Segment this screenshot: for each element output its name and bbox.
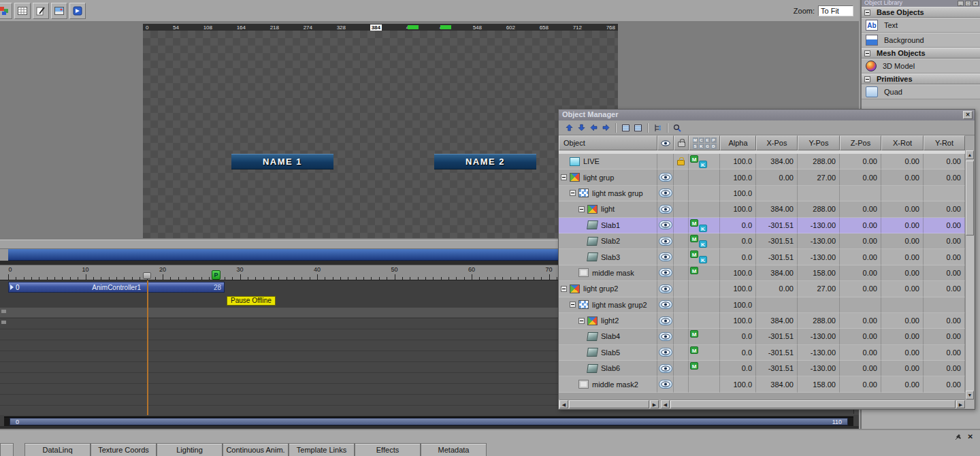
value-cell[interactable]: 0.00 bbox=[881, 154, 924, 169]
close-icon[interactable]: ✕ bbox=[963, 111, 973, 119]
column-header-y-rot[interactable]: Y-Rot bbox=[924, 135, 965, 150]
value-cell[interactable]: 100.0 bbox=[720, 154, 756, 169]
tab-datalinq[interactable]: DataLinq bbox=[24, 443, 91, 456]
scroll-left-icon[interactable]: ◀ bbox=[661, 400, 670, 408]
visibility-eye-button[interactable] bbox=[659, 268, 672, 277]
value-cell[interactable] bbox=[881, 297, 924, 313]
value-cell[interactable]: 0.0 bbox=[720, 361, 756, 376]
image-icon[interactable] bbox=[51, 3, 67, 19]
visibility-eye-button[interactable] bbox=[659, 332, 672, 341]
value-cell[interactable] bbox=[798, 297, 840, 313]
library-item-text[interactable]: AbText bbox=[862, 18, 980, 33]
value-cell[interactable]: 0.00 bbox=[924, 249, 965, 265]
column-header-lock[interactable] bbox=[674, 135, 689, 150]
playhead-handle[interactable] bbox=[143, 272, 151, 279]
scroll-up-icon[interactable]: ▲ bbox=[966, 150, 974, 159]
value-cell[interactable]: 0.00 bbox=[924, 361, 965, 376]
value-cell[interactable]: 384.00 bbox=[756, 376, 798, 392]
value-cell[interactable] bbox=[840, 186, 881, 201]
value-cell[interactable]: 0.00 bbox=[840, 376, 881, 392]
scene-icon[interactable] bbox=[0, 3, 12, 19]
visibility-eye-button[interactable] bbox=[659, 205, 672, 214]
value-cell[interactable]: 288.00 bbox=[798, 313, 840, 329]
value-cell[interactable]: 100.0 bbox=[720, 376, 756, 392]
value-cell[interactable]: 0.00 bbox=[840, 154, 881, 169]
vscroll-thumb[interactable] bbox=[966, 161, 974, 235]
visibility-eye-button[interactable] bbox=[659, 221, 672, 229]
collapse-icon[interactable] bbox=[864, 76, 870, 82]
value-cell[interactable]: 0.00 bbox=[881, 233, 924, 249]
library-item-quad[interactable]: Quad bbox=[862, 84, 980, 99]
value-cell[interactable]: 0.00 bbox=[881, 345, 924, 361]
timeline-scrollbar[interactable]: 0 110 bbox=[4, 417, 853, 426]
move-right-button[interactable] bbox=[600, 122, 612, 133]
object-row-slab6[interactable]: Slab6M0.0-301.51-130.000.000.000.00 bbox=[559, 361, 965, 376]
column-header-object[interactable]: Object bbox=[559, 135, 657, 150]
timeline-scroll-thumb[interactable]: 0 110 bbox=[10, 418, 848, 425]
expander-icon[interactable] bbox=[570, 302, 576, 308]
value-cell[interactable]: 0.00 bbox=[840, 345, 881, 361]
object-row-light-grup[interactable]: light grup100.00.0027.000.000.000.00 bbox=[559, 169, 965, 185]
value-cell[interactable]: 0.00 bbox=[840, 329, 881, 344]
lower-third-name2[interactable]: NAME 2 bbox=[434, 154, 536, 169]
value-cell[interactable]: -130.00 bbox=[798, 218, 840, 233]
value-cell[interactable]: 0.00 bbox=[756, 169, 798, 185]
value-cell[interactable]: 0.00 bbox=[840, 313, 881, 329]
move-left-button[interactable] bbox=[587, 122, 600, 133]
close-icon[interactable]: ✕ bbox=[968, 433, 973, 440]
value-cell[interactable]: 0.00 bbox=[840, 218, 881, 233]
tree-view-button[interactable] bbox=[651, 122, 664, 133]
pause-marker[interactable]: P bbox=[212, 270, 220, 280]
value-cell[interactable]: -301.51 bbox=[756, 233, 798, 249]
object-row-slab2[interactable]: Slab2MK0.0-301.51-130.000.000.000.00 bbox=[559, 233, 965, 249]
pen-icon[interactable] bbox=[33, 3, 49, 19]
maximize-icon[interactable]: □ bbox=[965, 1, 971, 6]
value-cell[interactable]: 0.00 bbox=[756, 281, 798, 297]
value-cell[interactable]: 0.00 bbox=[881, 265, 924, 281]
value-cell[interactable]: 0.00 bbox=[881, 376, 924, 392]
object-row-slab1[interactable]: Slab1MK0.0-301.51-130.000.000.000.00 bbox=[559, 218, 965, 233]
visibility-eye-button[interactable] bbox=[659, 237, 672, 246]
visibility-eye-button[interactable] bbox=[659, 253, 672, 261]
visibility-eye-button[interactable] bbox=[659, 316, 672, 325]
collapse-icon[interactable] bbox=[864, 50, 870, 56]
value-cell[interactable]: 384.00 bbox=[756, 265, 798, 281]
value-cell[interactable]: 0.00 bbox=[881, 169, 924, 185]
library-section-header[interactable]: Mesh Objects bbox=[862, 48, 980, 59]
object-row-slab3[interactable]: Slab3MK0.0-301.51-130.000.000.000.00 bbox=[559, 249, 965, 265]
value-cell[interactable]: -130.00 bbox=[798, 329, 840, 344]
scroll-down-icon[interactable]: ▼ bbox=[966, 391, 974, 400]
value-cell[interactable]: 0.00 bbox=[924, 201, 965, 217]
value-cell[interactable]: 0.00 bbox=[924, 265, 965, 281]
value-cell[interactable]: 0.00 bbox=[924, 233, 965, 249]
value-cell[interactable] bbox=[756, 186, 798, 201]
scroll-left-icon[interactable]: ◀ bbox=[559, 400, 568, 408]
visibility-eye-button[interactable] bbox=[659, 364, 672, 373]
library-section-header[interactable]: Base Objects bbox=[862, 7, 980, 18]
value-cell[interactable]: 100.0 bbox=[720, 313, 756, 329]
value-cell[interactable]: 0.00 bbox=[881, 218, 924, 233]
visibility-eye-button[interactable] bbox=[659, 173, 672, 182]
tree-hscroll[interactable]: ◀ ▶ bbox=[559, 400, 659, 408]
column-header-y-pos[interactable]: Y-Pos bbox=[798, 135, 840, 150]
value-cell[interactable]: 100.0 bbox=[720, 297, 756, 313]
column-header-visibility[interactable] bbox=[657, 135, 674, 150]
object-manager-titlebar[interactable]: Object Manager ✕ bbox=[559, 110, 975, 120]
close-icon[interactable]: × bbox=[973, 1, 979, 6]
lock-icon[interactable] bbox=[677, 160, 685, 165]
value-cell[interactable]: 158.00 bbox=[798, 376, 840, 392]
object-row-light2[interactable]: light2100.0384.00288.000.000.000.00 bbox=[559, 313, 965, 329]
pin-icon[interactable] bbox=[954, 432, 962, 440]
value-cell[interactable]: -301.51 bbox=[756, 345, 798, 361]
value-cell[interactable]: -301.51 bbox=[756, 361, 798, 376]
value-cell[interactable]: -130.00 bbox=[798, 249, 840, 265]
zoom-select[interactable]: To Fit bbox=[818, 5, 853, 16]
value-cell[interactable]: 0.00 bbox=[924, 313, 965, 329]
value-cell[interactable]: 0.00 bbox=[924, 329, 965, 344]
value-cell[interactable]: 384.00 bbox=[756, 313, 798, 329]
value-cell[interactable]: 100.0 bbox=[720, 265, 756, 281]
value-cell[interactable]: 0.00 bbox=[924, 154, 965, 169]
library-item-3d-model[interactable]: 3D Model bbox=[862, 59, 980, 74]
value-cell[interactable]: 0.00 bbox=[840, 201, 881, 217]
value-cell[interactable]: 288.00 bbox=[798, 201, 840, 217]
